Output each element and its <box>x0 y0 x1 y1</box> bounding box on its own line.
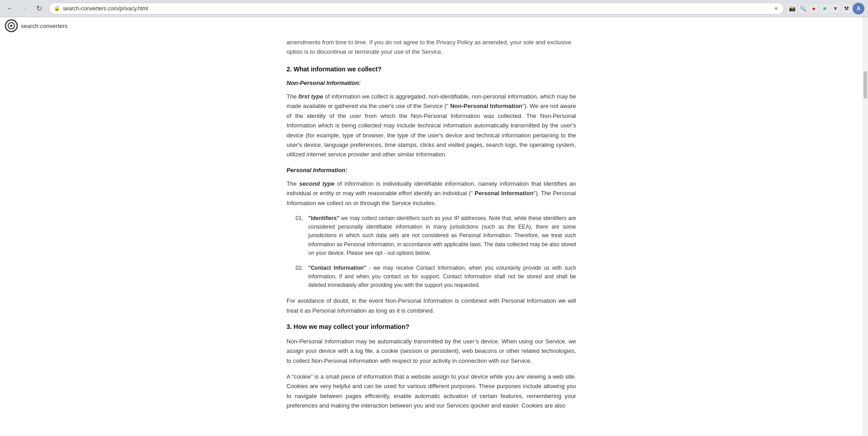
ext-icon-3[interactable]: ● <box>809 4 818 13</box>
reload-button[interactable]: ↻ <box>33 2 45 15</box>
page-wrapper: amendments from time to time. If you do … <box>0 17 868 436</box>
non-personal-subheading: Non-Personal Information: <box>287 79 576 88</box>
user-avatar[interactable]: A <box>853 3 864 14</box>
para2: The second type of information is indivi… <box>287 179 576 208</box>
contact-info-label: "Contact Information" <box>308 265 366 271</box>
forward-button[interactable]: → <box>18 2 31 15</box>
list-num-2: 02. <box>296 264 308 290</box>
site-logo: search converters <box>5 19 67 33</box>
para5: A “cookie” is a small piece of informati… <box>287 372 576 411</box>
logo-text: search converters <box>21 23 67 29</box>
personal-subheading: Personal Information: <box>287 166 576 175</box>
back-button[interactable]: ← <box>4 2 16 15</box>
ext-icon-5[interactable]: ▼ <box>831 4 840 13</box>
identifiers-label: "Identifiers" <box>308 215 340 221</box>
scrollbar[interactable] <box>863 17 868 436</box>
lock-icon: 🔒 <box>54 5 60 11</box>
extension-icons: 📸 🔍 ● ■ ▼ ⚒ A <box>787 3 864 14</box>
first-type-bold: first type <box>299 93 323 100</box>
personal-information-bold: Personal Information <box>474 190 533 197</box>
list-text-1: "Identifiers" we may collect certain ide… <box>308 214 576 258</box>
nav-buttons: ← → ↻ <box>4 2 45 15</box>
ext-icon-2[interactable]: 🔍 <box>798 4 807 13</box>
page-content: amendments from time to time. If you do … <box>0 17 863 436</box>
para1: The first type of information we collect… <box>287 92 576 159</box>
para4: Non-Personal Information may be automati… <box>287 337 576 366</box>
top-partial-text: amendments from time to time. If you do … <box>287 38 576 57</box>
svg-point-2 <box>10 25 13 27</box>
section3-heading: 3. How we may collect your information? <box>287 322 576 332</box>
url-text: search-converters.com/privacy.html <box>63 5 771 12</box>
browser-chrome: ← → ↻ 🔒 search-converters.com/privacy.ht… <box>0 0 868 17</box>
content-area: amendments from time to time. If you do … <box>278 33 585 426</box>
list-item-2: 02. "Contact Information" - we may recei… <box>287 264 576 290</box>
star-icon: ★ <box>773 5 779 12</box>
list-num-1: 01. <box>296 214 308 258</box>
scrollbar-thumb[interactable] <box>863 71 867 98</box>
list-text-2: "Contact Information" - we may receive C… <box>308 264 576 290</box>
non-personal-info-bold: Non-Personal Information <box>450 103 522 109</box>
ext-icon-4[interactable]: ■ <box>820 4 829 13</box>
second-type-bold: second type <box>299 180 335 187</box>
ext-icon-6[interactable]: ⚒ <box>842 4 851 13</box>
logo-svg <box>5 19 18 33</box>
section2-heading: 2. What information we collect? <box>287 64 576 74</box>
ext-icon-1[interactable]: 📸 <box>787 4 797 13</box>
list-item-1: 01. "Identifiers" we may collect certain… <box>287 214 576 258</box>
para3: For avoidance of doubt, in the event Non… <box>287 296 576 315</box>
address-bar[interactable]: 🔒 search-converters.com/privacy.html ★ <box>49 3 784 14</box>
